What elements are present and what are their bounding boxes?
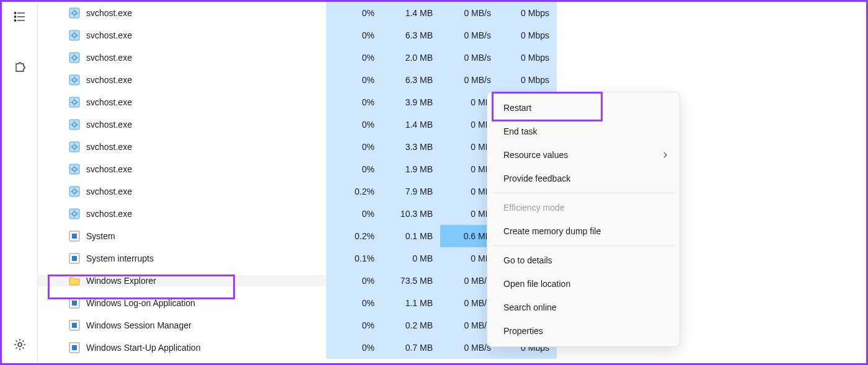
context-menu-item[interactable]: Search online: [487, 296, 680, 319]
table-row[interactable]: svchost.exe0%6.3 MB0 MB/s0 Mbps: [38, 69, 866, 91]
context-menu-item[interactable]: Provide feedback: [487, 167, 680, 190]
context-menu-item[interactable]: Open file location: [487, 272, 680, 296]
cpu-cell: 0%: [326, 46, 382, 69]
process-name: svchost.exe: [86, 209, 132, 219]
table-row[interactable]: System interrupts0.1%0 MB0 MB: [38, 247, 866, 270]
process-name-cell: svchost.exe: [38, 119, 326, 130]
process-name-cell: svchost.exe: [38, 97, 326, 108]
svg-line-14: [22, 341, 24, 342]
process-name-cell: System interrupts: [38, 253, 326, 264]
table-row[interactable]: svchost.exe0%1.9 MB0 MB: [38, 158, 866, 180]
process-name-cell: svchost.exe: [38, 186, 326, 197]
cpu-cell: 0%: [326, 270, 382, 292]
process-name: svchost.exe: [86, 97, 132, 107]
process-name: svchost.exe: [86, 142, 132, 152]
context-menu-separator: [492, 193, 675, 193]
table-row[interactable]: svchost.exe0%1.4 MB0 MB/s0 Mbps: [38, 2, 866, 24]
process-name-cell: Windows Log-on Application: [38, 297, 326, 309]
puzzle-icon[interactable]: [7, 54, 32, 79]
svg-line-12: [22, 347, 24, 348]
svg-rect-78: [72, 256, 77, 261]
memory-cell: 73.5 MB: [382, 270, 440, 292]
context-menu-item[interactable]: Create memory dump file: [487, 219, 680, 243]
svg-rect-84: [72, 345, 77, 350]
process-name: Windows Session Manager: [86, 320, 192, 330]
svg-rect-80: [72, 301, 77, 306]
context-menu-item-label: Restart: [503, 103, 531, 113]
context-menu-item-label: Resource values: [503, 150, 568, 160]
context-menu: RestartEnd taskResource valuesProvide fe…: [487, 92, 680, 347]
disk-cell: 0 MB/s: [440, 69, 498, 91]
cpu-cell: 0.2%: [326, 180, 382, 203]
process-name-cell: Windows Start-Up Application: [38, 342, 326, 353]
svg-point-6: [18, 343, 22, 346]
context-menu-item[interactable]: Resource values: [487, 143, 680, 167]
table-row[interactable]: svchost.exe0%2.0 MB0 MB/s0 Mbps: [38, 46, 866, 69]
cpu-cell: 0%: [326, 24, 382, 46]
table-row[interactable]: Windows Start-Up Application0%0.7 MB0 MB…: [38, 336, 866, 359]
cpu-cell: 0%: [326, 203, 382, 225]
process-name-cell: svchost.exe: [38, 141, 326, 152]
process-name: System interrupts: [86, 253, 154, 263]
table-row[interactable]: svchost.exe0%6.3 MB0 MB/s0 Mbps: [38, 24, 866, 46]
process-name: svchost.exe: [86, 164, 132, 174]
cpu-cell: 0%: [326, 69, 382, 91]
table-row[interactable]: svchost.exe0%10.3 MB0 MB: [38, 203, 866, 225]
folder-icon: [69, 275, 80, 286]
process-name: System: [86, 231, 115, 241]
context-menu-item[interactable]: Properties: [487, 319, 680, 343]
context-menu-item[interactable]: Restart: [487, 96, 680, 120]
table-row[interactable]: Windows Log-on Application0%1.1 MB0 MB/s…: [38, 292, 866, 314]
svg-point-5: [14, 20, 16, 21]
system-icon: [69, 231, 80, 242]
network-cell: 0 Mbps: [498, 69, 557, 91]
memory-cell: 0 MB: [382, 247, 440, 270]
process-name-cell: System: [38, 231, 326, 242]
system-icon: [69, 342, 80, 353]
memory-cell: 1.1 MB: [382, 292, 440, 314]
network-cell: 0 Mbps: [498, 2, 557, 24]
cpu-cell: 0%: [326, 292, 382, 314]
svg-line-11: [16, 341, 17, 342]
cpu-cell: 0%: [326, 158, 382, 180]
memory-cell: 3.3 MB: [382, 136, 440, 158]
service-icon: [69, 74, 80, 86]
memory-cell: 6.3 MB: [382, 24, 440, 46]
svg-line-13: [16, 347, 17, 348]
process-name-cell: svchost.exe: [38, 30, 326, 41]
disk-cell: 0 MB/s: [440, 24, 498, 46]
process-name-cell: svchost.exe: [38, 164, 326, 175]
process-name-cell: svchost.exe: [38, 52, 326, 63]
network-cell: 0 Mbps: [498, 24, 557, 46]
memory-cell: 3.9 MB: [382, 91, 440, 113]
process-name: svchost.exe: [86, 120, 132, 130]
service-icon: [69, 7, 80, 19]
context-menu-item[interactable]: Go to details: [487, 248, 680, 272]
table-row[interactable]: System0.2%0.1 MB0.6 MB: [38, 225, 866, 247]
table-row[interactable]: svchost.exe0%1.4 MB0 MB: [38, 113, 866, 136]
process-name: svchost.exe: [86, 30, 132, 40]
process-name: svchost.exe: [86, 53, 132, 63]
context-menu-item-label: Open file location: [503, 279, 570, 289]
table-row[interactable]: Windows Explorer0%73.5 MB0 MB/s0 Mbps: [38, 270, 866, 292]
memory-cell: 6.3 MB: [382, 69, 440, 91]
memory-cell: 2.0 MB: [382, 46, 440, 69]
context-menu-item-label: Search online: [503, 302, 557, 312]
system-icon: [69, 320, 80, 331]
table-row[interactable]: svchost.exe0.2%7.9 MB0 MB: [38, 180, 866, 203]
context-menu-item[interactable]: End task: [487, 120, 680, 143]
gear-icon[interactable]: [7, 332, 32, 357]
cpu-cell: 0.2%: [326, 225, 382, 247]
table-row[interactable]: Windows Session Manager0%0.2 MB0 MB/s0 M…: [38, 314, 866, 336]
memory-cell: 7.9 MB: [382, 180, 440, 203]
service-icon: [69, 208, 80, 219]
table-row[interactable]: svchost.exe0%3.9 MB0 MB: [38, 91, 866, 113]
sidebar: [2, 2, 38, 363]
context-menu-item-label: End task: [503, 126, 537, 136]
cpu-cell: 0.1%: [326, 247, 382, 270]
context-menu-item: Efficiency mode: [487, 196, 680, 219]
list-icon[interactable]: [7, 4, 32, 29]
svg-rect-76: [72, 234, 77, 239]
table-row[interactable]: svchost.exe0%3.3 MB0 MB: [38, 136, 866, 158]
svg-rect-82: [72, 323, 77, 328]
